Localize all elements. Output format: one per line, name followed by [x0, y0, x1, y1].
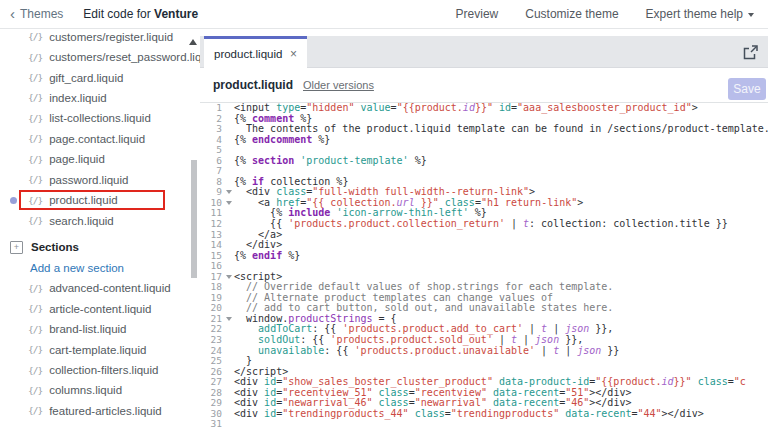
- sidebar-item-collection-filters-liquid[interactable]: {/}collection-filters.liquid: [0, 360, 200, 380]
- sidebar-item-label: page.contact.liquid: [49, 133, 145, 145]
- sidebar-item-customers-register-liquid[interactable]: {/}customers/register.liquid: [0, 28, 200, 47]
- sidebar-item-cart-template-liquid[interactable]: {/}cart-template.liquid: [0, 339, 200, 359]
- sidebar-item-index-liquid[interactable]: {/}index.liquid: [0, 88, 200, 108]
- save-button[interactable]: Save: [728, 78, 766, 100]
- sidebar-template-list: {/}customers/register.liquid{/}customers…: [0, 28, 200, 231]
- line-number: 31: [200, 419, 222, 428]
- preview-button[interactable]: Preview: [456, 7, 499, 21]
- older-versions-link[interactable]: Older versions: [303, 79, 374, 91]
- sidebar-item-advanced-content-liquid[interactable]: {/}advanced-content.liquid: [0, 278, 200, 298]
- code-line-1[interactable]: <input type="hidden" value="{{product.id…: [234, 103, 768, 114]
- sidebar-item-label: gift_card.liquid: [49, 72, 123, 84]
- code-line-4[interactable]: {% endcomment %}: [234, 135, 768, 146]
- code-file-icon: {/}: [28, 365, 42, 376]
- code-lines: <input type="hidden" value="{{product.id…: [234, 103, 768, 428]
- code-line-13[interactable]: </a>: [234, 230, 768, 241]
- line-number: 23: [200, 335, 222, 346]
- sidebar-item-list-collections-liquid[interactable]: {/}list-collections.liquid: [0, 108, 200, 128]
- sidebar-item-page-liquid[interactable]: {/}page.liquid: [0, 149, 200, 169]
- file-sidebar: {/}customers/register.liquid{/}customers…: [0, 28, 200, 428]
- code-line-30[interactable]: <div id="trendingproducts_44" class="tre…: [234, 409, 768, 420]
- code-file-icon: {/}: [28, 52, 42, 63]
- sidebar-item-gift-card-liquid[interactable]: {/}gift_card.liquid: [0, 67, 200, 87]
- back-label: Themes: [20, 7, 63, 21]
- code-file-icon: {/}: [28, 174, 42, 185]
- sidebar-item-featured-articles-liquid[interactable]: {/}featured-articles.liquid: [0, 401, 200, 421]
- add-new-section-link[interactable]: Add a new section: [0, 258, 200, 278]
- sidebar-item-label: page.liquid: [49, 153, 105, 165]
- sidebar-item-label: brand-list.liquid: [49, 323, 126, 335]
- close-tab-icon[interactable]: ×: [290, 47, 297, 61]
- expert-theme-help-label: Expert theme help: [646, 7, 743, 21]
- line-number-gutter: 1234567891011121314151617181920212223242…: [200, 103, 234, 428]
- back-to-themes-link[interactable]: ‹ Themes: [10, 7, 63, 21]
- fullscreen-expand-icon[interactable]: [743, 45, 758, 64]
- active-file-dot-icon: [10, 197, 17, 204]
- code-editor[interactable]: 1234567891011121314151617181920212223242…: [200, 103, 768, 428]
- sidebar-item-customers-reset-password-liquid[interactable]: {/}customers/reset_password.liquid: [0, 47, 200, 67]
- code-line-6[interactable]: {% section 'product-template' %}: [234, 156, 768, 167]
- sidebar-item-label: search.liquid: [49, 215, 114, 227]
- code-file-icon: {/}: [28, 344, 42, 355]
- editor-tab-bar: product.liquid ×: [200, 36, 768, 68]
- code-file-icon: {/}: [28, 405, 42, 416]
- sidebar-item-label: customers/register.liquid: [49, 31, 173, 43]
- folder-toggle-icon: +: [10, 241, 23, 254]
- code-file-icon: {/}: [28, 283, 42, 294]
- sidebar-item-brand-list-liquid[interactable]: {/}brand-list.liquid: [0, 319, 200, 339]
- code-file-icon: {/}: [28, 324, 42, 335]
- file-title: product.liquid: [213, 78, 293, 92]
- scrollbar-up-arrow-icon[interactable]: [189, 39, 197, 45]
- sidebar-item-search-liquid[interactable]: {/}search.liquid: [0, 210, 200, 230]
- sidebar-scrollbar-thumb[interactable]: [191, 160, 197, 278]
- code-file-icon: {/}: [28, 385, 42, 396]
- code-line-14[interactable]: </div>: [234, 240, 768, 251]
- code-line-25[interactable]: }: [234, 356, 768, 367]
- code-line-12[interactable]: {{ 'products.product.collection_return' …: [234, 219, 768, 230]
- tab-label: product.liquid: [214, 48, 282, 60]
- sidebar-item-product-liquid[interactable]: {/}product.liquid: [0, 190, 200, 210]
- sidebar-item-label: columns.liquid: [49, 384, 122, 396]
- sidebar-item-columns-liquid[interactable]: {/}columns.liquid: [0, 380, 200, 400]
- sidebar-item-password-liquid[interactable]: {/}password.liquid: [0, 169, 200, 189]
- sidebar-item-label: index.liquid: [49, 92, 107, 104]
- line-number: 12: [200, 219, 222, 230]
- code-file-icon: {/}: [28, 303, 42, 314]
- fold-arrow-icon[interactable]: [226, 201, 232, 205]
- page-title: Edit code for Venture: [83, 7, 198, 21]
- code-line-15[interactable]: {% endif %}: [234, 251, 768, 262]
- code-file-icon: {/}: [28, 72, 42, 83]
- chevron-down-icon: [748, 13, 754, 17]
- code-file-icon: {/}: [28, 154, 42, 165]
- tab-product-liquid[interactable]: product.liquid ×: [204, 36, 307, 68]
- expert-theme-help-menu[interactable]: Expert theme help: [646, 7, 754, 21]
- sections-group-header[interactable]: + Sections: [0, 237, 200, 257]
- sidebar-item-article-content-liquid[interactable]: {/}article-content.liquid: [0, 298, 200, 318]
- code-line-24[interactable]: unavailable: {{ 'products.product.unavai…: [234, 346, 768, 357]
- fold-arrow-icon[interactable]: [226, 317, 232, 321]
- sidebar-item-page-contact-liquid[interactable]: {/}page.contact.liquid: [0, 129, 200, 149]
- sidebar-item-label: article-content.liquid: [49, 303, 151, 315]
- chevron-left-icon: ‹: [10, 8, 15, 20]
- page-title-prefix: Edit code for: [83, 7, 154, 21]
- line-number: 1: [200, 103, 222, 114]
- fold-arrow-icon[interactable]: [226, 275, 232, 279]
- sidebar-item-label: list-collections.liquid: [49, 112, 151, 124]
- sidebar-item-label: cart-template.liquid: [49, 344, 146, 356]
- sidebar-item-label: password.liquid: [49, 174, 128, 186]
- code-line-16[interactable]: [234, 261, 768, 272]
- sidebar-item-label: customers/reset_password.liquid: [49, 51, 200, 63]
- code-file-icon: {/}: [28, 31, 42, 42]
- customize-theme-button[interactable]: Customize theme: [525, 7, 618, 21]
- sidebar-item-label: product.liquid: [49, 194, 117, 206]
- code-file-icon: {/}: [28, 195, 42, 206]
- code-line-31[interactable]: [234, 419, 768, 428]
- sidebar-item-label: advanced-content.liquid: [49, 282, 170, 294]
- file-header-bar: product.liquid Older versions Save: [200, 68, 768, 103]
- fold-arrow-icon[interactable]: [226, 190, 232, 194]
- code-file-icon: {/}: [28, 133, 42, 144]
- sidebar-sections-list: {/}advanced-content.liquid{/}article-con…: [0, 278, 200, 421]
- theme-name: Venture: [154, 7, 198, 21]
- code-file-icon: {/}: [28, 113, 42, 124]
- sidebar-item-label: collection-filters.liquid: [49, 364, 158, 376]
